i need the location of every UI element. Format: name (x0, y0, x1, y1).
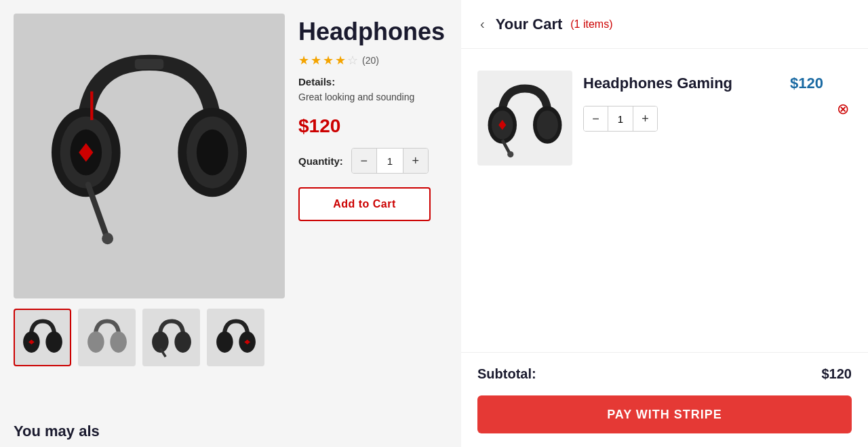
cart-title: Your Cart (496, 16, 563, 33)
thumbnail-4[interactable] (207, 309, 264, 366)
quantity-row: Quantity: − + (298, 148, 448, 174)
product-price: $120 (298, 115, 448, 137)
quantity-label: Quantity: (298, 155, 343, 167)
cart-header: ‹ Your Cart (1 items) (461, 0, 868, 49)
svg-point-15 (110, 331, 127, 353)
svg-point-12 (45, 331, 62, 353)
product-image-section (14, 14, 285, 366)
thumbnail-row (14, 309, 285, 366)
cart-panel: ‹ Your Cart (1 items) (461, 0, 868, 447)
svg-point-14 (87, 331, 104, 353)
star-2: ★ (311, 53, 321, 68)
add-to-cart-button[interactable]: Add to Cart (298, 187, 431, 221)
cart-back-button[interactable]: ‹ (477, 14, 488, 35)
quantity-increase-button[interactable]: + (403, 149, 428, 173)
cart-item-quantity-controls: − + (583, 106, 658, 132)
star-4: ★ (335, 53, 346, 68)
star-5: ☆ (347, 53, 358, 68)
cart-item-remove-button[interactable]: ⊗ (834, 98, 852, 121)
svg-point-28 (507, 151, 513, 157)
star-1: ★ (298, 53, 309, 68)
star-3: ★ (323, 53, 334, 68)
product-title: Headphones (298, 17, 448, 46)
quantity-controls: − + (351, 148, 429, 174)
remove-icon: ⊗ (837, 100, 849, 117)
cart-item-image (477, 71, 572, 166)
cart-items-list: Headphones Gaming − + $120 ⊗ (461, 49, 868, 352)
you-may-also-section: You may als (14, 423, 100, 440)
subtotal-row: Subtotal: $120 (477, 366, 852, 382)
details-text: Great looking and sounding (298, 90, 448, 104)
cart-quantity-decrease-button[interactable]: − (584, 106, 608, 131)
svg-point-8 (102, 233, 113, 244)
product-info: Headphones ★ ★ ★ ★ ☆ (20) Details: Great… (298, 14, 448, 366)
quantity-input[interactable] (376, 149, 403, 173)
cart-item-name: Headphones Gaming (583, 75, 779, 92)
main-product-image (14, 14, 285, 298)
product-page: Headphones ★ ★ ★ ★ ☆ (20) Details: Great… (0, 0, 461, 447)
svg-point-19 (216, 331, 233, 353)
cart-item-details: Headphones Gaming − + (583, 71, 779, 132)
quantity-decrease-button[interactable]: − (352, 149, 376, 173)
cart-footer: Subtotal: $120 PAY WITH STRIPE (461, 352, 868, 447)
details-label: Details: (298, 76, 448, 88)
thumbnail-1[interactable] (14, 309, 71, 366)
rating-row: ★ ★ ★ ★ ☆ (20) (298, 53, 448, 68)
cart-item: Headphones Gaming − + $120 ⊗ (477, 62, 852, 174)
cart-count: (1 items) (570, 18, 612, 31)
svg-point-5 (197, 130, 229, 176)
thumbnail-2[interactable] (78, 309, 136, 366)
svg-point-25 (537, 111, 558, 139)
star-rating: ★ ★ ★ ★ ☆ (298, 53, 358, 68)
cart-quantity-increase-button[interactable]: + (633, 106, 657, 131)
cart-quantity-input[interactable] (608, 106, 633, 131)
pay-with-stripe-button[interactable]: PAY WITH STRIPE (477, 395, 852, 433)
review-count: (20) (362, 55, 379, 66)
svg-point-17 (174, 331, 191, 353)
thumbnail-3[interactable] (142, 309, 200, 366)
cart-item-price: $120 (790, 71, 823, 92)
svg-rect-9 (135, 59, 163, 69)
subtotal-label: Subtotal: (477, 366, 536, 382)
subtotal-value: $120 (822, 366, 852, 382)
